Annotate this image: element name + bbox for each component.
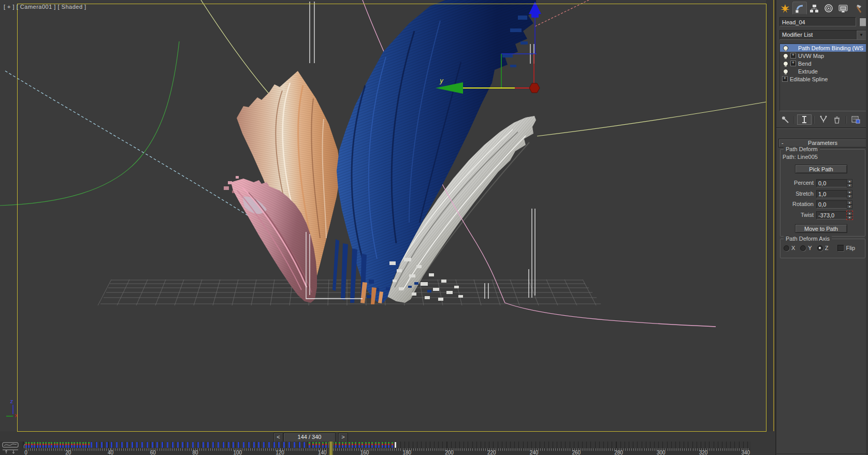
animation-key[interactable] xyxy=(395,442,396,448)
frame-counter-field[interactable]: 144 / 340 xyxy=(283,433,336,442)
animation-key[interactable] xyxy=(25,442,27,448)
animation-key[interactable] xyxy=(74,442,75,448)
animation-key[interactable] xyxy=(56,442,58,448)
expand-plus-icon[interactable]: + xyxy=(782,76,788,82)
animation-key[interactable] xyxy=(294,442,295,448)
tab-utilities[interactable] xyxy=(850,2,865,14)
next-frame-button[interactable]: > xyxy=(338,433,348,442)
configure-modifier-sets-button[interactable] xyxy=(849,115,862,124)
animation-key[interactable] xyxy=(116,442,118,448)
animation-key[interactable] xyxy=(268,442,270,448)
spinner-arrows[interactable]: ▲▼ xyxy=(847,200,852,209)
animation-key[interactable] xyxy=(361,442,363,448)
animation-key[interactable] xyxy=(106,442,108,448)
animation-key[interactable] xyxy=(85,442,86,448)
animation-key[interactable] xyxy=(132,442,133,448)
animation-key[interactable] xyxy=(228,442,229,448)
animation-key[interactable] xyxy=(212,442,214,448)
rotation-field[interactable]: 0,0 xyxy=(816,200,848,209)
animation-key[interactable] xyxy=(147,442,148,448)
chevron-down-icon[interactable]: ▼ xyxy=(856,31,866,39)
animation-key[interactable] xyxy=(322,442,324,448)
tab-display[interactable] xyxy=(836,2,850,14)
animation-key[interactable] xyxy=(368,442,370,448)
animation-key[interactable] xyxy=(283,442,285,448)
spinner-arrows[interactable]: ▲▼ xyxy=(847,211,852,219)
animation-key[interactable] xyxy=(45,442,47,448)
animation-key[interactable] xyxy=(96,442,97,448)
animation-key[interactable] xyxy=(349,442,350,448)
animation-key[interactable] xyxy=(65,442,67,448)
viewport[interactable]: y z x [ + ] [ Camera001 ] [ Shaded ] xyxy=(0,0,766,431)
animation-key[interactable] xyxy=(315,442,317,448)
animation-key[interactable] xyxy=(34,442,35,448)
modifier-list-dropdown[interactable]: Modifier List ▼ xyxy=(779,30,866,40)
remove-modifier-button[interactable] xyxy=(830,115,844,124)
animation-key[interactable] xyxy=(263,442,265,448)
animation-key[interactable] xyxy=(258,442,259,448)
viewport-canvas[interactable]: y z x xyxy=(0,0,766,431)
tab-modify[interactable] xyxy=(792,2,807,14)
animation-key[interactable] xyxy=(136,442,138,448)
stretch-field[interactable]: 1,0 xyxy=(816,190,848,198)
animation-key[interactable] xyxy=(91,442,92,448)
animation-key[interactable] xyxy=(355,442,356,448)
animation-key[interactable] xyxy=(31,442,33,448)
animation-key[interactable] xyxy=(325,442,327,448)
show-end-result-button[interactable] xyxy=(797,114,812,125)
axis-radio-x[interactable] xyxy=(784,245,789,251)
animation-key[interactable] xyxy=(42,442,44,448)
expand-plus-icon[interactable]: + xyxy=(790,53,796,58)
modifier-stack-row[interactable]: +Bend xyxy=(780,60,866,67)
animation-key[interactable] xyxy=(62,442,64,448)
animation-key[interactable] xyxy=(238,442,239,448)
animation-key[interactable] xyxy=(172,442,173,448)
animation-key[interactable] xyxy=(309,442,310,448)
animation-key[interactable] xyxy=(48,442,50,448)
pin-stack-button[interactable] xyxy=(778,115,792,124)
animation-key[interactable] xyxy=(273,442,275,448)
current-frame-marker[interactable] xyxy=(329,442,333,455)
expand-plus-icon[interactable]: + xyxy=(790,61,796,66)
modifier-stack-list[interactable]: Path Deform Binding (WS+UVW Map+BendExtr… xyxy=(779,43,866,111)
animation-key[interactable] xyxy=(177,442,179,448)
animation-key[interactable] xyxy=(141,442,143,448)
animation-key[interactable] xyxy=(197,442,199,448)
tab-hierarchy[interactable] xyxy=(807,2,821,14)
animation-key[interactable] xyxy=(192,442,194,448)
animation-key[interactable] xyxy=(162,442,163,448)
animation-key[interactable] xyxy=(339,442,340,448)
animation-key[interactable] xyxy=(51,442,52,448)
animation-key[interactable] xyxy=(39,442,41,448)
animation-key[interactable] xyxy=(101,442,103,448)
tab-motion[interactable] xyxy=(821,2,836,14)
previous-frame-button[interactable]: < xyxy=(273,433,283,442)
modifier-stack-row[interactable]: Extrude xyxy=(780,67,866,75)
animation-key[interactable] xyxy=(202,442,204,448)
percent-field[interactable]: 0,0 xyxy=(816,179,848,187)
animation-key[interactable] xyxy=(182,442,183,448)
animation-key[interactable] xyxy=(375,442,377,448)
animation-key[interactable] xyxy=(352,442,353,448)
animation-key[interactable] xyxy=(278,442,280,448)
animation-key[interactable] xyxy=(223,442,224,448)
move-to-path-button[interactable]: Move to Path xyxy=(795,224,847,233)
animation-key[interactable] xyxy=(243,442,244,448)
animation-key[interactable] xyxy=(218,442,219,448)
modifier-stack-row[interactable]: Path Deform Binding (WS xyxy=(780,44,866,52)
animation-key[interactable] xyxy=(385,442,386,448)
animation-key[interactable] xyxy=(37,442,38,448)
animation-key[interactable] xyxy=(233,442,234,448)
modifier-enabled-bulb-icon[interactable] xyxy=(783,61,788,66)
animation-key[interactable] xyxy=(82,442,84,448)
animation-key[interactable] xyxy=(167,442,168,448)
animation-key[interactable] xyxy=(392,442,393,448)
modifier-stack-row[interactable]: +UVW Map xyxy=(780,52,866,60)
animation-key[interactable] xyxy=(319,442,320,448)
timeline-ruler[interactable] xyxy=(23,448,750,455)
animation-key[interactable] xyxy=(365,442,367,448)
animation-key[interactable] xyxy=(371,442,373,448)
modifier-enabled-bulb-icon[interactable] xyxy=(783,53,788,58)
animation-key[interactable] xyxy=(288,442,290,448)
animation-key[interactable] xyxy=(111,442,112,448)
